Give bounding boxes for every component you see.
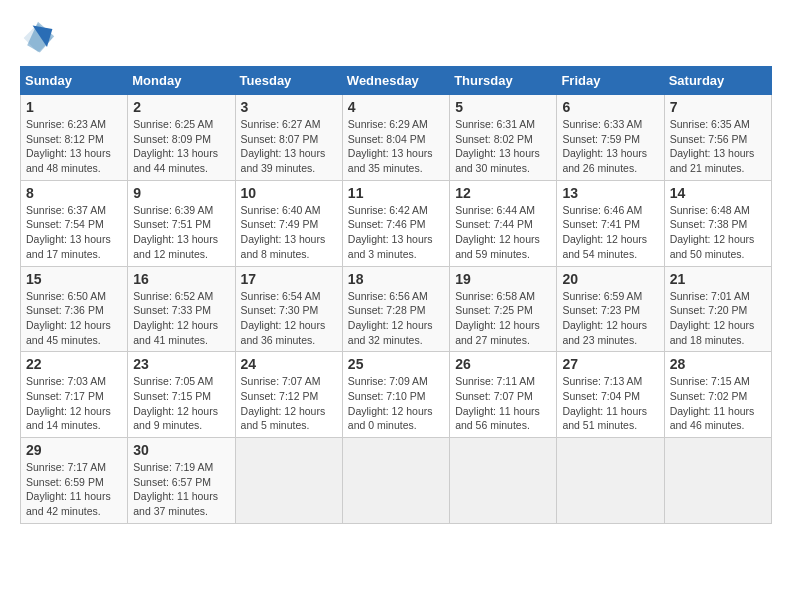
day-number: 4 — [348, 99, 444, 115]
day-number: 6 — [562, 99, 658, 115]
day-number: 20 — [562, 271, 658, 287]
day-detail: Sunrise: 6:44 AM Sunset: 7:44 PM Dayligh… — [455, 203, 551, 262]
calendar-cell: 23 Sunrise: 7:05 AM Sunset: 7:15 PM Dayl… — [128, 352, 235, 438]
calendar-week-2: 8 Sunrise: 6:37 AM Sunset: 7:54 PM Dayli… — [21, 180, 772, 266]
day-detail: Sunrise: 6:50 AM Sunset: 7:36 PM Dayligh… — [26, 289, 122, 348]
day-number: 14 — [670, 185, 766, 201]
day-number: 9 — [133, 185, 229, 201]
day-detail: Sunrise: 7:15 AM Sunset: 7:02 PM Dayligh… — [670, 374, 766, 433]
day-detail: Sunrise: 6:39 AM Sunset: 7:51 PM Dayligh… — [133, 203, 229, 262]
day-number: 18 — [348, 271, 444, 287]
logo — [20, 20, 62, 56]
header-day-thursday: Thursday — [450, 67, 557, 95]
day-detail: Sunrise: 6:58 AM Sunset: 7:25 PM Dayligh… — [455, 289, 551, 348]
day-detail: Sunrise: 7:01 AM Sunset: 7:20 PM Dayligh… — [670, 289, 766, 348]
calendar-cell: 5 Sunrise: 6:31 AM Sunset: 8:02 PM Dayli… — [450, 95, 557, 181]
day-detail: Sunrise: 6:35 AM Sunset: 7:56 PM Dayligh… — [670, 117, 766, 176]
day-number: 2 — [133, 99, 229, 115]
calendar-cell: 7 Sunrise: 6:35 AM Sunset: 7:56 PM Dayli… — [664, 95, 771, 181]
calendar-cell — [450, 438, 557, 524]
day-number: 8 — [26, 185, 122, 201]
day-detail: Sunrise: 6:48 AM Sunset: 7:38 PM Dayligh… — [670, 203, 766, 262]
calendar-cell: 13 Sunrise: 6:46 AM Sunset: 7:41 PM Dayl… — [557, 180, 664, 266]
calendar-cell: 12 Sunrise: 6:44 AM Sunset: 7:44 PM Dayl… — [450, 180, 557, 266]
header-day-monday: Monday — [128, 67, 235, 95]
day-detail: Sunrise: 7:09 AM Sunset: 7:10 PM Dayligh… — [348, 374, 444, 433]
header-day-saturday: Saturday — [664, 67, 771, 95]
logo-icon — [20, 20, 56, 56]
calendar-cell: 6 Sunrise: 6:33 AM Sunset: 7:59 PM Dayli… — [557, 95, 664, 181]
calendar-cell: 30 Sunrise: 7:19 AM Sunset: 6:57 PM Dayl… — [128, 438, 235, 524]
day-number: 1 — [26, 99, 122, 115]
page-header — [20, 20, 772, 56]
calendar-cell: 27 Sunrise: 7:13 AM Sunset: 7:04 PM Dayl… — [557, 352, 664, 438]
calendar-cell: 16 Sunrise: 6:52 AM Sunset: 7:33 PM Dayl… — [128, 266, 235, 352]
calendar-cell — [664, 438, 771, 524]
calendar-cell: 17 Sunrise: 6:54 AM Sunset: 7:30 PM Dayl… — [235, 266, 342, 352]
calendar-week-1: 1 Sunrise: 6:23 AM Sunset: 8:12 PM Dayli… — [21, 95, 772, 181]
calendar-cell: 25 Sunrise: 7:09 AM Sunset: 7:10 PM Dayl… — [342, 352, 449, 438]
calendar-cell: 20 Sunrise: 6:59 AM Sunset: 7:23 PM Dayl… — [557, 266, 664, 352]
header-day-wednesday: Wednesday — [342, 67, 449, 95]
calendar-cell: 28 Sunrise: 7:15 AM Sunset: 7:02 PM Dayl… — [664, 352, 771, 438]
day-detail: Sunrise: 7:11 AM Sunset: 7:07 PM Dayligh… — [455, 374, 551, 433]
day-number: 24 — [241, 356, 337, 372]
day-number: 21 — [670, 271, 766, 287]
day-detail: Sunrise: 6:25 AM Sunset: 8:09 PM Dayligh… — [133, 117, 229, 176]
day-number: 29 — [26, 442, 122, 458]
day-number: 17 — [241, 271, 337, 287]
day-detail: Sunrise: 6:29 AM Sunset: 8:04 PM Dayligh… — [348, 117, 444, 176]
calendar-cell: 4 Sunrise: 6:29 AM Sunset: 8:04 PM Dayli… — [342, 95, 449, 181]
calendar-cell: 18 Sunrise: 6:56 AM Sunset: 7:28 PM Dayl… — [342, 266, 449, 352]
day-number: 25 — [348, 356, 444, 372]
calendar-cell: 24 Sunrise: 7:07 AM Sunset: 7:12 PM Dayl… — [235, 352, 342, 438]
day-number: 10 — [241, 185, 337, 201]
day-detail: Sunrise: 7:03 AM Sunset: 7:17 PM Dayligh… — [26, 374, 122, 433]
day-detail: Sunrise: 6:54 AM Sunset: 7:30 PM Dayligh… — [241, 289, 337, 348]
day-detail: Sunrise: 7:07 AM Sunset: 7:12 PM Dayligh… — [241, 374, 337, 433]
day-detail: Sunrise: 7:17 AM Sunset: 6:59 PM Dayligh… — [26, 460, 122, 519]
day-number: 19 — [455, 271, 551, 287]
day-detail: Sunrise: 7:19 AM Sunset: 6:57 PM Dayligh… — [133, 460, 229, 519]
day-detail: Sunrise: 6:37 AM Sunset: 7:54 PM Dayligh… — [26, 203, 122, 262]
day-detail: Sunrise: 6:59 AM Sunset: 7:23 PM Dayligh… — [562, 289, 658, 348]
day-number: 30 — [133, 442, 229, 458]
calendar-week-5: 29 Sunrise: 7:17 AM Sunset: 6:59 PM Dayl… — [21, 438, 772, 524]
calendar-cell — [235, 438, 342, 524]
calendar-cell — [342, 438, 449, 524]
calendar-cell: 19 Sunrise: 6:58 AM Sunset: 7:25 PM Dayl… — [450, 266, 557, 352]
day-number: 12 — [455, 185, 551, 201]
day-detail: Sunrise: 6:23 AM Sunset: 8:12 PM Dayligh… — [26, 117, 122, 176]
header-day-sunday: Sunday — [21, 67, 128, 95]
day-detail: Sunrise: 7:13 AM Sunset: 7:04 PM Dayligh… — [562, 374, 658, 433]
day-detail: Sunrise: 6:56 AM Sunset: 7:28 PM Dayligh… — [348, 289, 444, 348]
day-detail: Sunrise: 6:46 AM Sunset: 7:41 PM Dayligh… — [562, 203, 658, 262]
day-detail: Sunrise: 6:40 AM Sunset: 7:49 PM Dayligh… — [241, 203, 337, 262]
day-detail: Sunrise: 7:05 AM Sunset: 7:15 PM Dayligh… — [133, 374, 229, 433]
day-detail: Sunrise: 6:33 AM Sunset: 7:59 PM Dayligh… — [562, 117, 658, 176]
day-number: 15 — [26, 271, 122, 287]
day-number: 27 — [562, 356, 658, 372]
calendar-cell: 15 Sunrise: 6:50 AM Sunset: 7:36 PM Dayl… — [21, 266, 128, 352]
day-detail: Sunrise: 6:31 AM Sunset: 8:02 PM Dayligh… — [455, 117, 551, 176]
calendar-cell: 10 Sunrise: 6:40 AM Sunset: 7:49 PM Dayl… — [235, 180, 342, 266]
day-number: 16 — [133, 271, 229, 287]
calendar-body: 1 Sunrise: 6:23 AM Sunset: 8:12 PM Dayli… — [21, 95, 772, 524]
day-number: 11 — [348, 185, 444, 201]
calendar-cell: 3 Sunrise: 6:27 AM Sunset: 8:07 PM Dayli… — [235, 95, 342, 181]
day-number: 5 — [455, 99, 551, 115]
calendar-cell: 14 Sunrise: 6:48 AM Sunset: 7:38 PM Dayl… — [664, 180, 771, 266]
day-number: 13 — [562, 185, 658, 201]
calendar-cell — [557, 438, 664, 524]
calendar-header-row: SundayMondayTuesdayWednesdayThursdayFrid… — [21, 67, 772, 95]
day-number: 28 — [670, 356, 766, 372]
day-number: 22 — [26, 356, 122, 372]
calendar-cell: 11 Sunrise: 6:42 AM Sunset: 7:46 PM Dayl… — [342, 180, 449, 266]
calendar-cell: 9 Sunrise: 6:39 AM Sunset: 7:51 PM Dayli… — [128, 180, 235, 266]
calendar-week-3: 15 Sunrise: 6:50 AM Sunset: 7:36 PM Dayl… — [21, 266, 772, 352]
calendar-cell: 29 Sunrise: 7:17 AM Sunset: 6:59 PM Dayl… — [21, 438, 128, 524]
day-detail: Sunrise: 6:27 AM Sunset: 8:07 PM Dayligh… — [241, 117, 337, 176]
day-number: 23 — [133, 356, 229, 372]
day-detail: Sunrise: 6:52 AM Sunset: 7:33 PM Dayligh… — [133, 289, 229, 348]
calendar-cell: 26 Sunrise: 7:11 AM Sunset: 7:07 PM Dayl… — [450, 352, 557, 438]
